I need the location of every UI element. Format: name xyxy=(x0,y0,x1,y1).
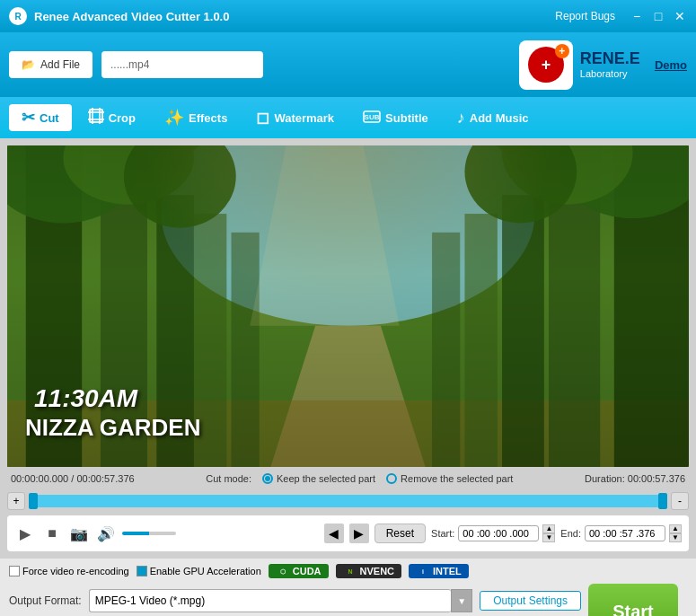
duration-display: Duration: 00:00:57.376 xyxy=(585,473,685,484)
timeline-remove-button[interactable]: - xyxy=(671,492,689,510)
report-bugs-link[interactable]: Report Bugs xyxy=(555,10,615,22)
start-time-group: Start: ▲ ▼ xyxy=(431,524,555,542)
timeline-handle-right[interactable] xyxy=(658,493,667,509)
start-spin-up[interactable]: ▲ xyxy=(542,524,555,533)
video-placeholder: 11:30AM NIZZA GARDEN xyxy=(7,145,689,467)
file-path-display: ......mp4 xyxy=(101,51,263,78)
app-title: Renee Advanced Video Cutter 1.0.0 xyxy=(34,10,555,23)
title-bar-right: Report Bugs − □ ✕ xyxy=(555,9,687,23)
title-bar: R Renee Advanced Video Cutter 1.0.0 Repo… xyxy=(0,0,696,32)
add-file-icon: 📂 xyxy=(22,58,35,71)
keep-radio[interactable]: Keep the selected part xyxy=(262,473,375,484)
next-frame-button[interactable]: ▶ xyxy=(349,524,369,543)
brand-area: 📂 Add File ......mp4 + + RENE.E Laborato… xyxy=(0,32,696,97)
end-spin-up[interactable]: ▲ xyxy=(669,524,682,533)
status-bar: 00:00:00.000 / 00:00:57.376 Cut mode: Ke… xyxy=(7,471,689,487)
format-label: Output Format: xyxy=(9,594,82,607)
nvenc-badge[interactable]: N NVENC xyxy=(336,564,402,578)
cut-mode-label: Cut mode: xyxy=(206,473,251,484)
force-reencode-cb xyxy=(9,566,20,576)
tool-cut-button[interactable]: ✂ Cut xyxy=(9,104,72,131)
minimize-button[interactable]: − xyxy=(630,9,644,23)
subtitle-icon-svg: SUB xyxy=(363,110,381,123)
volume-button[interactable]: 🔊 xyxy=(95,523,117,544)
remove-radio-dot xyxy=(386,473,397,484)
demo-link[interactable]: Demo xyxy=(655,58,687,72)
addmusic-label: Add Music xyxy=(470,111,529,125)
output-settings-button[interactable]: Output Settings xyxy=(480,591,581,611)
output-controls: Output Format: ▼ Output Settings Output … xyxy=(9,589,581,616)
timeline-add-button[interactable]: + xyxy=(7,492,25,510)
start-time-input[interactable] xyxy=(458,525,539,541)
svg-text:i: i xyxy=(422,568,424,575)
remove-radio[interactable]: Remove the selected part xyxy=(386,473,513,484)
watermark-icon: ◻ xyxy=(256,108,269,128)
start-button[interactable]: Start xyxy=(588,584,678,616)
timeline-bar[interactable] xyxy=(29,495,667,507)
svg-text:SUB: SUB xyxy=(365,113,380,121)
reset-button[interactable]: Reset xyxy=(374,524,426,543)
force-reencode-label: Force video re-encoding xyxy=(22,566,129,576)
brand-logo-area: + + RENE.E Laboratory Demo xyxy=(519,40,687,90)
prev-frame-button[interactable]: ◀ xyxy=(324,524,344,543)
watermark-label: Watermark xyxy=(274,111,334,125)
start-spinners: ▲ ▼ xyxy=(542,524,555,542)
main-content: 11:30AM NIZZA GARDEN 00:00:00.000 / 00:0… xyxy=(0,138,696,559)
cut-mode-options: Cut mode: Keep the selected part Remove … xyxy=(142,473,577,484)
crop-label: Crop xyxy=(109,111,136,125)
timeline-handle-left[interactable] xyxy=(29,493,38,509)
keep-radio-dot xyxy=(262,473,273,484)
brand-name: RENE.E xyxy=(580,50,640,68)
app-logo: R xyxy=(9,7,27,25)
cuda-icon: ⬡ xyxy=(276,566,290,576)
output-format-row: Output Format: ▼ Output Settings xyxy=(9,589,581,612)
remove-label: Remove the selected part xyxy=(401,473,513,484)
cut-label: Cut xyxy=(40,111,59,125)
intel-badge[interactable]: i INTEL xyxy=(409,564,469,578)
tool-crop-button[interactable]: Crop xyxy=(75,104,148,132)
force-reencode-checkbox[interactable]: Force video re-encoding xyxy=(9,566,129,576)
start-label: Start: xyxy=(431,528,454,539)
keep-label: Keep the selected part xyxy=(277,473,375,484)
tool-addmusic-button[interactable]: ♪ Add Music xyxy=(445,105,542,131)
brand-sub: Laboratory xyxy=(580,68,628,79)
stop-button[interactable]: ■ xyxy=(41,523,63,544)
cuda-badge[interactable]: ⬡ CUDA xyxy=(269,564,329,578)
close-button[interactable]: ✕ xyxy=(673,9,687,23)
volume-slider[interactable] xyxy=(122,532,176,535)
bottom-area: Force video re-encoding Enable GPU Accel… xyxy=(0,559,696,616)
tool-subtitle-button[interactable]: SUB Subtitle xyxy=(350,105,441,131)
toolbar: ✂ Cut Crop ✨ Effects ◻ Watermark SUB S xyxy=(0,97,696,138)
effects-icon: ✨ xyxy=(164,108,184,128)
start-spin-down[interactable]: ▼ xyxy=(542,533,555,542)
end-spin-down[interactable]: ▼ xyxy=(669,533,682,542)
video-area: 11:30AM NIZZA GARDEN xyxy=(7,145,689,467)
crop-icon-svg xyxy=(88,108,104,124)
video-location: NIZZA GARDEN xyxy=(25,414,200,442)
svg-text:N: N xyxy=(348,568,352,575)
play-button[interactable]: ▶ xyxy=(14,523,36,544)
format-dropdown-arrow[interactable]: ▼ xyxy=(451,589,472,612)
tool-watermark-button[interactable]: ◻ Watermark xyxy=(243,104,347,131)
maximize-button[interactable]: □ xyxy=(651,9,665,23)
tool-effects-button[interactable]: ✨ Effects xyxy=(152,104,240,131)
window-controls: − □ ✕ xyxy=(630,9,687,23)
bottom-grid: Output Format: ▼ Output Settings Output … xyxy=(9,584,687,616)
gpu-row: Force video re-encoding Enable GPU Accel… xyxy=(9,564,687,578)
timeline-row: + - xyxy=(7,490,689,512)
brand-left: 📂 Add File ......mp4 xyxy=(9,51,519,78)
svg-text:⬡: ⬡ xyxy=(280,568,286,575)
time-current: 00:00:00.000 / 00:00:57.376 xyxy=(11,473,135,484)
svg-rect-2 xyxy=(90,110,102,122)
video-timestamp: 11:30AM xyxy=(34,384,137,413)
end-time-group: End: ▲ ▼ xyxy=(560,524,682,542)
format-input[interactable] xyxy=(89,589,452,612)
crop-icon xyxy=(88,108,104,128)
cut-icon: ✂ xyxy=(22,108,35,128)
gpu-accel-checkbox[interactable]: Enable GPU Acceleration xyxy=(137,566,261,576)
end-time-input[interactable] xyxy=(585,525,665,541)
subtitle-label: Subtitle xyxy=(385,111,428,125)
screenshot-button[interactable]: 📷 xyxy=(68,523,90,544)
gpu-accel-cb xyxy=(137,566,147,576)
add-file-button[interactable]: 📂 Add File xyxy=(9,51,93,78)
